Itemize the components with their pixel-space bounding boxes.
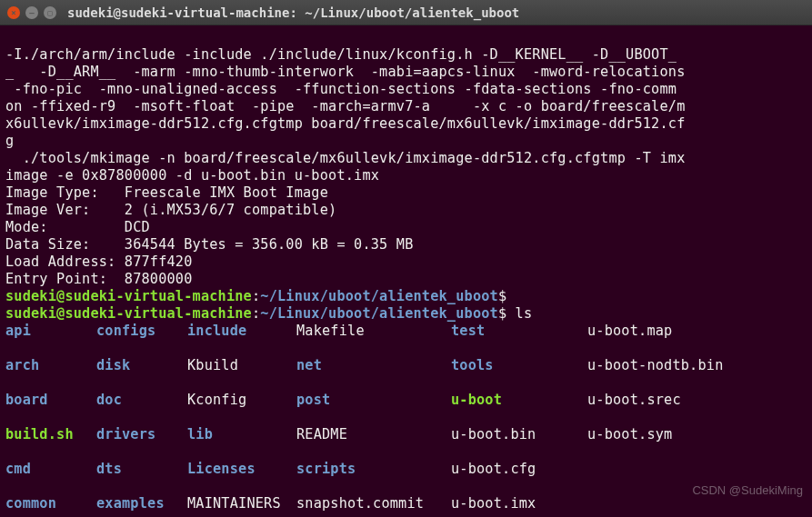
- ls-dir: disk: [96, 357, 187, 374]
- ls-dir: post: [296, 392, 451, 409]
- close-icon[interactable]: ×: [7, 6, 20, 19]
- output-line: _ -D__ARM__ -marm -mno-thumb-interwork -…: [5, 64, 686, 80]
- ls-dir: test: [451, 323, 587, 340]
- ls-file: [587, 495, 724, 512]
- prompt-dollar: $: [498, 288, 506, 304]
- output-line: -I./arch/arm/include -include ./include/…: [5, 46, 677, 63]
- ls-row: apiconfigsincludeMakefiletestu-boot.map: [5, 323, 807, 340]
- ls-dir: drivers: [96, 426, 187, 443]
- ls-dir: Licenses: [187, 461, 296, 478]
- maximize-icon[interactable]: ▢: [44, 6, 56, 19]
- ls-row: boarddocKconfigpostu-bootu-boot.srec: [5, 392, 807, 409]
- output-line: x6ullevk/imximage-ddr512.cfg.cfgtmp boar…: [5, 115, 686, 132]
- ls-file: u-boot.bin: [451, 426, 587, 443]
- window-title: sudeki@sudeki-virtual-machine: ~/Linux/u…: [67, 5, 519, 20]
- ls-dir: dts: [96, 461, 187, 478]
- ls-dir: api: [5, 323, 96, 340]
- ls-dir: lib: [187, 426, 296, 443]
- ls-file: [587, 461, 724, 478]
- ls-dir: include: [187, 323, 296, 340]
- output-line: g: [5, 133, 14, 149]
- command-ls: ls: [506, 305, 532, 322]
- titlebar: × – ▢ sudeki@sudeki-virtual-machine: ~/L…: [0, 0, 812, 25]
- ls-file: Kconfig: [187, 392, 296, 409]
- ls-exec: build.sh: [5, 426, 96, 443]
- watermark: CSDN @SudekiMing: [692, 483, 803, 497]
- ls-dir: configs: [96, 323, 187, 340]
- ls-file: u-boot.srec: [587, 392, 724, 409]
- ls-file: snapshot.commit: [296, 495, 451, 512]
- ls-file: Makefile: [296, 323, 451, 340]
- ls-row: cmddtsLicensesscriptsu-boot.cfg: [5, 461, 807, 478]
- ls-dir: cmd: [5, 461, 96, 478]
- prompt-path: ~/Linux/uboot/alientek_uboot: [260, 288, 498, 304]
- ls-file: u-boot.cfg: [451, 461, 587, 478]
- ls-dir: arch: [5, 357, 96, 374]
- output-line: on -ffixed-r9 -msoft-float -pipe -march=…: [5, 98, 686, 114]
- ls-file: u-boot.imx: [451, 495, 587, 512]
- ls-file: Kbuild: [187, 357, 296, 374]
- output-line: Image Ver: 2 (i.MX53/6/7 compatible): [5, 202, 336, 218]
- ls-exec: u-boot: [451, 392, 587, 409]
- minimize-icon[interactable]: –: [25, 6, 38, 19]
- ls-row: commonexamplesMAINTAINERSsnapshot.commit…: [5, 495, 807, 512]
- ls-dir: scripts: [296, 461, 451, 478]
- ls-dir: tools: [451, 357, 587, 374]
- ls-dir: doc: [96, 392, 187, 409]
- prompt-user: sudeki@sudeki-virtual-machine: [5, 288, 252, 304]
- ls-file: u-boot-nodtb.bin: [587, 357, 724, 374]
- ls-file: MAINTAINERS: [187, 495, 296, 512]
- output-line: Load Address: 877ff420: [5, 254, 193, 270]
- output-line: image -e 0x87800000 -d u-boot.bin u-boot…: [5, 167, 379, 184]
- window-controls: × – ▢: [7, 6, 56, 19]
- prompt-sep: :: [252, 305, 260, 322]
- prompt-dollar: $: [498, 305, 506, 322]
- ls-row: archdiskKbuildnettoolsu-boot-nodtb.bin: [5, 357, 807, 374]
- ls-file: u-boot.map: [587, 323, 724, 340]
- output-line: Mode: DCD: [5, 219, 150, 235]
- output-line: Entry Point: 87800000: [5, 271, 193, 287]
- ls-dir: net: [296, 357, 451, 374]
- ls-dir: common: [5, 495, 96, 512]
- output-line: Data Size: 364544 Bytes = 356.00 kB = 0.…: [5, 236, 414, 253]
- ls-file: u-boot.sym: [587, 426, 724, 443]
- output-line: Image Type: Freescale IMX Boot Image: [5, 184, 328, 201]
- prompt-sep: :: [252, 288, 260, 304]
- prompt-user: sudeki@sudeki-virtual-machine: [5, 305, 252, 322]
- ls-file: README: [296, 426, 451, 443]
- ls-dir: board: [5, 392, 96, 409]
- ls-dir: examples: [96, 495, 187, 512]
- output-line: -fno-pic -mno-unaligned-access -ffunctio…: [5, 81, 677, 97]
- ls-row: build.shdriverslibREADMEu-boot.binu-boot…: [5, 426, 807, 443]
- prompt-path: ~/Linux/uboot/alientek_uboot: [260, 305, 498, 322]
- output-line: ./tools/mkimage -n board/freescale/mx6ul…: [5, 150, 686, 166]
- terminal-area[interactable]: -I./arch/arm/include -include ./include/…: [0, 25, 812, 517]
